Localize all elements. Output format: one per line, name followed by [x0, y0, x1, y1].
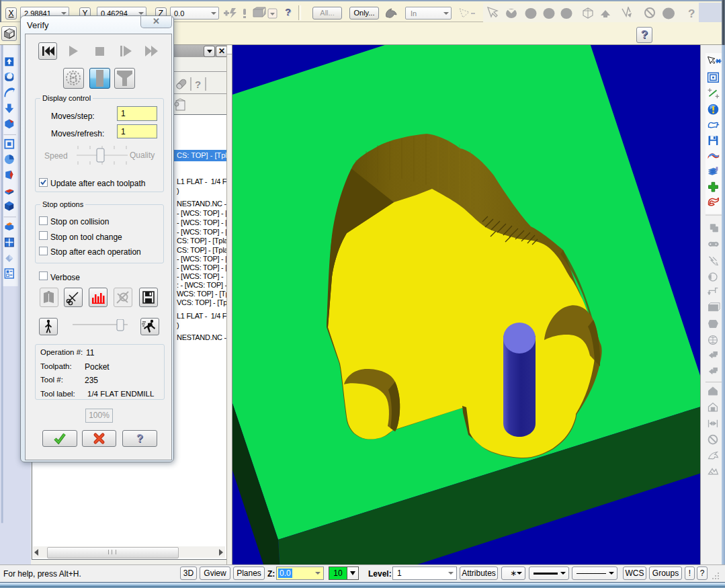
svg-text:?: ? [195, 79, 201, 90]
svg-text:?: ? [688, 7, 695, 19]
